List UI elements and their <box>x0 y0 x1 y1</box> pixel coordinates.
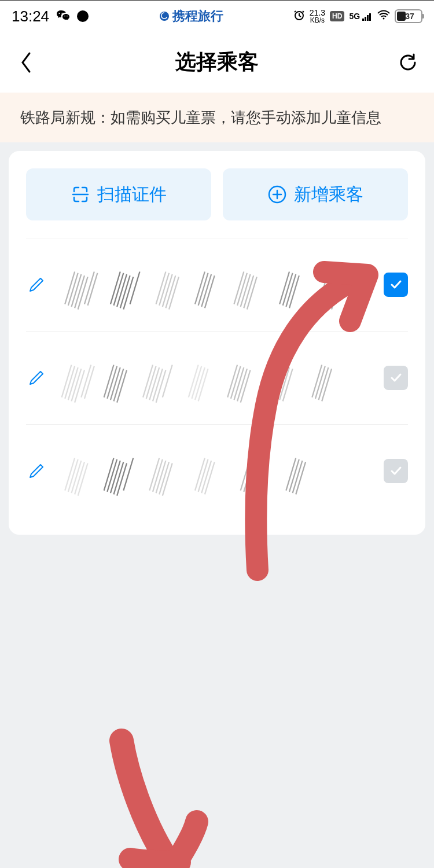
app-name-label: 携程旅行 <box>172 8 223 25</box>
status-right: 21.3 KB/s HD 5G 37 <box>293 9 422 24</box>
back-button[interactable] <box>14 51 38 74</box>
chevron-left-icon <box>19 51 33 74</box>
passenger-checkbox[interactable] <box>384 366 408 390</box>
wechat-icon <box>56 8 70 24</box>
refresh-icon <box>398 52 418 73</box>
action-row: 扫描证件 新增乘客 <box>26 168 408 220</box>
battery-indicator: 37 <box>395 9 422 23</box>
passenger-card: 扫描证件 新增乘客 <box>9 151 425 535</box>
check-icon <box>389 278 403 292</box>
passenger-checkbox[interactable] <box>384 459 408 483</box>
passenger-info-redacted <box>58 259 384 311</box>
speed-value: 21.3 <box>310 9 325 17</box>
page-header: 选择乘客 <box>0 32 434 93</box>
passenger-info-redacted <box>58 445 384 497</box>
svg-rect-5 <box>369 13 371 21</box>
wifi-icon <box>377 10 390 23</box>
edit-passenger-button[interactable] <box>26 274 47 295</box>
pencil-icon <box>28 369 45 387</box>
notice-banner: 铁路局新规：如需购买儿童票，请您手动添加儿童信息 <box>0 93 434 142</box>
plus-circle-icon <box>267 185 287 204</box>
check-icon <box>389 464 403 478</box>
passenger-checkbox[interactable] <box>384 273 408 297</box>
svg-rect-3 <box>365 17 366 21</box>
network-speed: 21.3 KB/s <box>310 9 325 24</box>
app-brand: 携程旅行 <box>159 8 223 25</box>
pencil-icon <box>28 276 45 293</box>
scan-label: 扫描证件 <box>97 183 167 207</box>
signal-5g: 5G <box>349 12 373 21</box>
status-left: 13:24 <box>12 8 89 25</box>
svg-point-6 <box>383 17 385 19</box>
hd-badge: HD <box>330 11 344 21</box>
svg-rect-4 <box>367 15 369 21</box>
status-bar: 13:24 携程旅行 21.3 KB/s HD 5G 37 <box>0 0 434 32</box>
pencil-icon <box>28 462 45 480</box>
battery-level: 37 <box>397 12 422 21</box>
scan-id-button[interactable]: 扫描证件 <box>26 168 211 220</box>
status-time: 13:24 <box>12 8 49 25</box>
alarm-icon <box>293 9 305 24</box>
add-label: 新增乘客 <box>294 183 363 207</box>
passenger-row[interactable] <box>26 331 408 424</box>
scan-icon <box>71 185 90 204</box>
page-title: 选择乘客 <box>175 48 259 76</box>
passenger-row[interactable] <box>26 238 408 331</box>
speed-unit: KB/s <box>310 17 325 24</box>
message-icon <box>77 10 89 22</box>
refresh-button[interactable] <box>396 51 420 74</box>
check-icon <box>389 371 403 385</box>
edit-passenger-button[interactable] <box>26 367 47 388</box>
svg-rect-2 <box>362 19 364 21</box>
notice-text: 铁路局新规：如需购买儿童票，请您手动添加儿童信息 <box>20 109 381 126</box>
passenger-row[interactable] <box>26 424 408 517</box>
passenger-info-redacted <box>58 352 384 404</box>
add-passenger-button[interactable]: 新增乘客 <box>223 168 408 220</box>
edit-passenger-button[interactable] <box>26 461 47 481</box>
